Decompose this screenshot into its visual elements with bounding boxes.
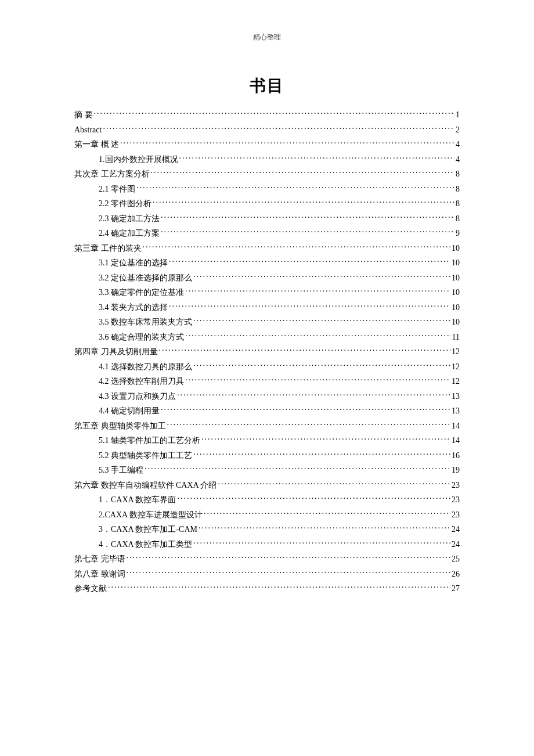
toc-entry-page: 4 [456,138,460,150]
toc-entry-page: 19 [452,464,460,476]
toc-entry: 3.2 定位基准选择的原那么10 [74,272,460,284]
toc-entry-label: 第七章 完毕语 [74,553,125,565]
toc-entry-page: 24 [452,538,460,550]
toc-leader-dots [193,361,450,369]
toc-leader-dots [153,198,454,206]
toc-entry-label: 2.2 零件图分析 [99,197,151,210]
toc-entry: 2.2 零件图分析8 [74,197,460,210]
toc-entry-page: 2 [456,124,460,136]
toc-entry-page: 8 [456,213,460,225]
toc-entry-page: 16 [452,449,460,462]
toc-leader-dots [120,139,454,147]
toc-leader-dots [94,109,455,117]
toc-entry-label: 1．CAXA 数控车界面 [99,494,176,506]
toc-entry: 2.CAXA 数控车进展造型设计23 [74,509,460,521]
toc-entry: 第七章 完毕语25 [74,553,460,565]
toc-entry-label: 4.2 选择数控车削用刀具 [99,375,184,387]
toc-entry-label: 3.4 装夹方式的选择 [99,301,168,314]
toc-entry-page: 10 [452,272,460,284]
toc-entry-page: 24 [452,523,460,535]
toc-entry: 4.4 确定切削用量13 [74,405,460,417]
toc-entry: 4．CAXA 数控车加工类型24 [74,538,460,550]
toc-entry: 1．CAXA 数控车界面23 [74,494,460,506]
toc-entry-page: 13 [452,405,460,417]
toc-entry: 2.1 零件图8 [74,183,460,195]
toc-entry-label: 3．CAXA 数控车加工-CAM [99,523,197,535]
toc-entry: 3.6 确定合理的装夹方式11 [74,331,460,343]
toc-entry: 参考文献27 [74,582,460,595]
toc-entry: 3.5 数控车床常用装夹方式10 [74,316,460,328]
toc-entry-page: 10 [452,242,460,254]
toc-leader-dots [108,583,450,591]
toc-entry-label: 3.3 确定零件的定位基准 [99,286,184,298]
toc-entry: 摘 要1 [74,109,460,121]
toc-leader-dots [151,168,455,177]
toc-leader-dots [193,316,450,325]
toc-entry-page: 11 [452,331,460,343]
toc-leader-dots [159,346,451,354]
toc-entry-page: 12 [452,361,460,373]
toc-entry-label: Abstract [74,124,102,136]
toc-entry-page: 9 [456,227,460,239]
toc-entry-page: 27 [452,582,460,595]
toc-leader-dots [185,376,450,384]
toc-entry: 5.2 典型轴类零件加工工艺16 [74,449,460,462]
toc-entry: 3.4 装夹方式的选择10 [74,301,460,314]
page: 精心整理 书目 摘 要1Abstract2第一章 概 述41.国内外数控开展概况… [0,0,534,595]
toc-entry-label: 3.1 定位基准的选择 [99,257,168,269]
toc-entry-page: 10 [452,301,460,314]
toc-entry: 2.4 确定加工方案9 [74,227,460,239]
toc-leader-dots [177,494,450,502]
toc-leader-dots [167,420,451,429]
toc-entry: 第六章 数控车自动编程软件 CAXA 介绍23 [74,479,460,491]
toc-entry-label: 第六章 数控车自动编程软件 CAXA 介绍 [74,479,217,491]
toc-entry-page: 23 [452,509,460,521]
toc-entry-label: 5.3 手工编程 [99,464,143,476]
toc-entry-label: 5.2 典型轴类零件加工工艺 [99,449,192,462]
toc-entry-label: 第八章 致谢词 [74,568,125,580]
toc-entry: 3.3 确定零件的定位基准10 [74,286,460,298]
toc-entry: 4.2 选择数控车削用刀具12 [74,375,460,387]
toc-entry: Abstract2 [74,124,460,136]
toc-entry-label: 2.3 确定加工方法 [99,213,160,225]
toc-leader-dots [185,332,451,340]
toc-entry-page: 10 [452,316,460,328]
toc-entry-label: 参考文献 [74,582,107,595]
toc-leader-dots [177,391,450,399]
toc-entry-label: 3.2 定位基准选择的原那么 [99,272,192,284]
toc-entry-label: 第三章 工件的装夹 [74,242,142,254]
toc-entry-label: 4.1 选择数控刀具的原那么 [99,361,192,373]
toc-entry-page: 8 [456,168,460,180]
toc-leader-dots [161,405,450,413]
toc-entry-page: 12 [452,345,460,358]
toc-entry: 其次章 工艺方案分析8 [74,168,460,180]
toc-entry-label: 摘 要 [74,109,93,121]
toc-entry: 2.3 确定加工方法8 [74,213,460,225]
toc-leader-dots [193,272,450,280]
toc-entry-page: 8 [456,183,460,195]
toc-entry-label: 2.1 零件图 [99,183,135,195]
toc-leader-dots [161,213,454,221]
toc-entry: 3.1 定位基准的选择10 [74,257,460,269]
toc-entry-label: 第一章 概 述 [74,138,119,150]
toc-entry-label: 4．CAXA 数控车加工类型 [99,538,192,550]
toc-entry-page: 23 [452,479,460,491]
toc-leader-dots [201,435,450,443]
toc-leader-dots [218,480,450,488]
toc-entry-page: 14 [452,434,460,447]
toc-entry: 4.1 选择数控刀具的原那么12 [74,361,460,373]
toc-leader-dots [145,465,450,473]
toc-entry-page: 14 [452,420,460,432]
toc-entry: 第三章 工件的装夹10 [74,242,460,254]
toc-leader-dots [199,524,450,532]
toc-entry-page: 1 [456,109,460,121]
toc-leader-dots [169,302,450,310]
toc-leader-dots [179,154,455,162]
toc-title: 书目 [74,75,460,97]
toc-entry-label: 3.5 数控车床常用装夹方式 [99,316,192,328]
toc-entry-label: 4.4 确定切削用量 [99,405,160,417]
toc-entry-label: 4.3 设置刀点和换刀点 [99,390,176,402]
page-header: 精心整理 [74,33,460,42]
toc-entry: 1.国内外数控开展概况4 [74,153,460,165]
toc-entry: 第一章 概 述4 [74,138,460,150]
